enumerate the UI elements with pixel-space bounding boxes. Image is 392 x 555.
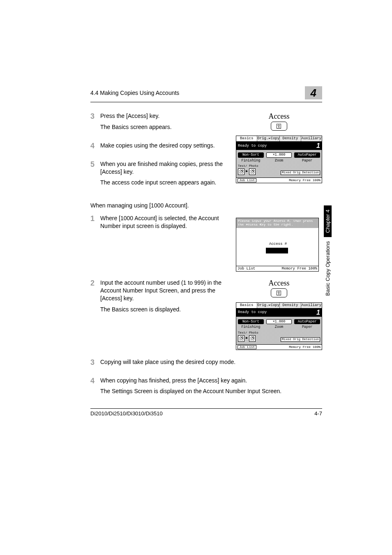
footer-row: Di2010/Di2510/Di3010/Di3510 4-7	[90, 410, 322, 417]
copy-icon	[249, 335, 256, 342]
page: 4.4 Making Copies Using Accounts 4 Chapt…	[0, 0, 392, 555]
step-text: Input the account number used (1 to 999)…	[100, 279, 224, 302]
arrow-icon: ▶	[246, 336, 248, 340]
step-2: 2 Input the account number used (1 to 99…	[90, 279, 224, 317]
header-row: 4.4 Making Copies Using Accounts 4	[90, 86, 322, 99]
lcd-label: Zoom	[266, 325, 292, 329]
access-key-graphic: Access ⚿	[236, 112, 322, 131]
lcd-tabs: Basics Orig.▸Copy Density Auxiliary	[236, 136, 322, 142]
orig-icon	[238, 335, 244, 342]
step-text: Make copies using the desired copy setti…	[100, 142, 224, 150]
step-text: Press the [Access] key.	[100, 112, 224, 120]
access-field-label: Access #	[269, 242, 287, 246]
lcd-btn: Non-Sort	[238, 319, 264, 325]
access-label: Access	[236, 112, 322, 121]
job-list-btn: Job List	[238, 267, 255, 271]
lcd-grid: Non-Sort ×1.000 AutoPaper Finishing Zoom…	[236, 150, 322, 177]
arrow-icon: ▶	[246, 170, 248, 173]
lcd-tab: Basics	[236, 136, 257, 141]
step-text: The access code input screen appears aga…	[100, 179, 224, 187]
lcd-label: Paper	[294, 159, 320, 163]
access-label: Access	[236, 279, 322, 288]
header-rule	[90, 102, 322, 102]
step-text: Copying will take place using the desire…	[100, 358, 322, 366]
footer-left: Di2010/Di2510/Di3010/Di3510	[90, 410, 163, 417]
step-number: 4	[90, 377, 100, 399]
text-photo-label: Text/ Photo	[238, 332, 258, 334]
mixed-orig-btn: Mixed Orig Detection	[281, 337, 320, 342]
step-text: The Basics screen appears.	[100, 123, 224, 131]
side-tab: Chapter 4 Basic Copy Operations	[324, 205, 334, 312]
copy-count: 1	[316, 143, 320, 149]
lcd-label: Paper	[294, 325, 320, 329]
footer-right: 4-7	[314, 410, 322, 417]
copy-icon	[249, 168, 256, 175]
access-number-lcd: Please input your Access #, then press t…	[236, 218, 319, 272]
lcd-btn: Non-Sort	[238, 152, 264, 158]
lcd-btn: AutoPaper	[294, 152, 320, 158]
lcd-message: Please input your Access #, then press t…	[236, 218, 318, 228]
step-text: When copying has finished, press the [Ac…	[100, 377, 322, 385]
memory-label: Memory Free 100%	[289, 345, 321, 348]
status-text: Ready to copy	[238, 311, 267, 314]
top-columns: 3 Press the [Access] key. The Basics scr…	[90, 112, 322, 197]
lcd-tab: Auxiliary	[301, 303, 322, 308]
chapter-number-box: 4	[305, 86, 322, 99]
lcd-btn: ×1.000	[266, 152, 292, 158]
mixed-orig-btn: Mixed Orig Detection	[281, 170, 320, 175]
side-tab-chapter: Chapter 4	[324, 205, 332, 237]
step-number: 3	[90, 358, 100, 369]
step-number: 3	[90, 112, 100, 134]
step-4b: 4 When copying has finished, press the […	[90, 377, 322, 399]
lcd-label: Finishing	[238, 159, 264, 163]
footer-rule	[90, 408, 322, 409]
lcd-tab: Orig.▸Copy	[257, 303, 280, 308]
intermediate-heading: When managing using [1000 Account].	[90, 202, 322, 209]
access-field-box	[266, 248, 288, 253]
orig-icon	[238, 168, 244, 175]
status-text: Ready to copy	[238, 144, 267, 148]
section-title: 4.4 Making Copies Using Accounts	[90, 90, 179, 96]
top-right: Access ⚿ Basics Orig.▸Copy Density Auxil…	[236, 112, 322, 197]
lcd-label: Finishing	[238, 325, 264, 329]
side-tab-title: Basic Copy Operations	[324, 237, 332, 300]
job-list-btn: Job List	[238, 178, 256, 182]
top-left: 3 Press the [Access] key. The Basics scr…	[90, 112, 224, 197]
memory-label: Memory Free 100%	[289, 179, 321, 182]
bottom-steps: 3 Copying will take place using the desi…	[90, 358, 322, 399]
mid-columns-2: 2 Input the account number used (1 to 99…	[90, 279, 322, 350]
basics-lcd: Basics Orig.▸Copy Density Auxiliary Read…	[236, 302, 322, 350]
step-text: Where [1000 Account] is selected, the Ac…	[100, 214, 224, 230]
lcd-tab: Basics	[236, 303, 257, 308]
step-number: 2	[90, 279, 100, 317]
step-text: The Basics screen is displayed.	[100, 306, 224, 313]
step-4: 4 Make copies using the desired copy set…	[90, 142, 224, 153]
step-number: 5	[90, 160, 100, 190]
mid-columns-1: 1 Where [1000 Account] is selected, the …	[90, 214, 322, 272]
step-3: 3 Press the [Access] key. The Basics scr…	[90, 112, 224, 134]
step-text: The Settings Screen is displayed on the …	[100, 387, 322, 395]
job-list-btn: Job List	[238, 345, 256, 349]
step-number: 4	[90, 142, 100, 153]
key-icon: ⚿	[271, 288, 287, 297]
access-key-graphic: Access ⚿	[236, 279, 322, 297]
lcd-tab: Density	[280, 136, 301, 141]
lcd-tab: Density	[280, 303, 301, 308]
step-5: 5 When you are finished making copies, p…	[90, 160, 224, 190]
memory-label: Memory Free 100%	[282, 267, 317, 271]
copy-count: 1	[316, 309, 320, 316]
key-icon: ⚿	[271, 122, 287, 131]
lcd-status: Ready to copy 1	[236, 142, 322, 150]
step-3b: 3 Copying will take place using the desi…	[90, 358, 322, 369]
lcd-tab: Auxiliary	[301, 136, 322, 141]
lcd-btn: AutoPaper	[294, 319, 320, 325]
lcd-btn: ×1.000	[266, 319, 292, 325]
lcd-label: Zoom	[266, 159, 292, 163]
step-number: 1	[90, 214, 100, 233]
basics-lcd: Basics Orig.▸Copy Density Auxiliary Read…	[236, 136, 322, 183]
lcd-tab: Orig.▸Copy	[257, 136, 280, 141]
step-text: When you are finished making copies, pre…	[100, 160, 224, 176]
text-photo-label: Text/ Photo	[238, 165, 258, 168]
step-1: 1 Where [1000 Account] is selected, the …	[90, 214, 224, 233]
